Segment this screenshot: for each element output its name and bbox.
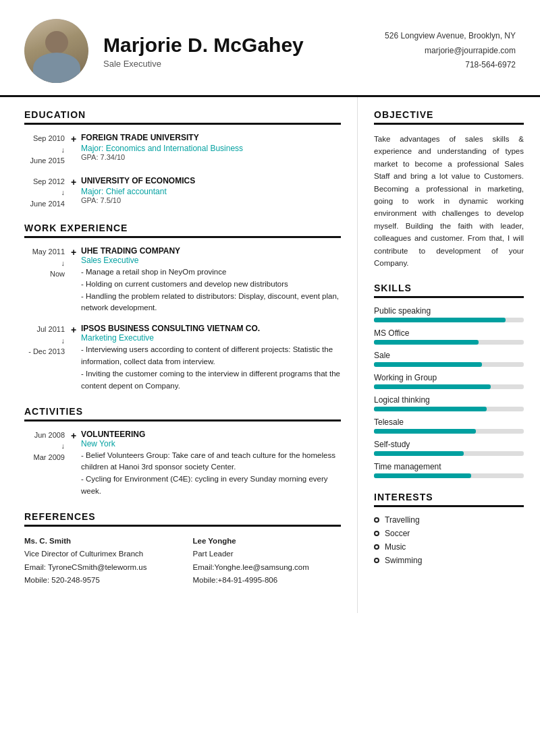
edu-plus-1: + (70, 133, 81, 167)
work-date-2: Jul 2011 ↓ - Dec 2013 (24, 324, 70, 392)
full-name: Marjorie D. McGahey (103, 34, 385, 56)
education-entry-1: Sep 2010 ↓ June 2015 + Foreign Trade Uni… (24, 133, 341, 167)
edu-date-2: Sep 2012 ↓ June 2014 (24, 176, 70, 210)
skill-bar-fill (374, 318, 506, 322)
work-content-2: IPSOS Business Consulting Vietnam CO. Ma… (81, 324, 341, 392)
address: 526 Longview Avenue, Brooklyn, NY (385, 29, 516, 44)
objective-text: Take advantages of sales skills & experi… (374, 133, 524, 269)
activity-plus-1: + (70, 430, 81, 498)
skill-item: Logical thinking (374, 395, 524, 411)
reference-2: Lee Yonghe Part Leader Email:Yonghe.lee@… (193, 535, 342, 587)
activity-desc-1: - Belief Volunteers Group: Take care of … (81, 450, 341, 498)
skill-item: Working in Group (374, 373, 524, 389)
work-desc-1: - Manage a retail shop in NeyOm province… (81, 266, 341, 314)
skill-label: Telesale (374, 417, 524, 427)
edu-content-1: Foreign Trade University Major: Economic… (81, 133, 341, 167)
interest-item: Travelling (374, 515, 524, 525)
work-title: Work Experience (24, 223, 341, 238)
skills-container: Public speaking MS Office Sale Working i… (374, 306, 524, 478)
education-title: Education (24, 109, 341, 125)
avatar (24, 19, 88, 83)
interest-label: Soccer (385, 529, 410, 538)
skill-bar-bg (374, 340, 524, 345)
work-content-1: UHE Trading Company Sales Executive - Ma… (81, 246, 341, 314)
skill-item: Self-study (374, 440, 524, 456)
interest-bullet (374, 558, 379, 563)
skill-bar-bg (374, 318, 524, 322)
skill-bar-fill (374, 362, 482, 367)
skill-item: Telesale (374, 417, 524, 434)
activities-title: Activities (24, 406, 341, 421)
interests-section: Interests TravellingSoccerMusicSwimming (374, 492, 524, 565)
skill-bar-fill (374, 451, 464, 456)
work-plus-2: + (70, 324, 81, 392)
activities-section: Activities Jun 2008 ↓ Mar 2009 + Volunte… (24, 406, 341, 498)
interest-bullet (374, 531, 379, 536)
skill-label: Working in Group (374, 373, 524, 382)
work-entry-2: Jul 2011 ↓ - Dec 2013 + IPSOS Business C… (24, 324, 341, 392)
skills-title: Skills (374, 283, 524, 298)
skill-bar-bg (374, 473, 524, 478)
education-section: Education Sep 2010 ↓ June 2015 + Foreign… (24, 109, 341, 209)
skill-label: Sale (374, 351, 524, 360)
interest-item: Music (374, 542, 524, 552)
skill-bar-bg (374, 362, 524, 367)
contact-info: 526 Longview Avenue, Brooklyn, NY marjor… (385, 29, 516, 73)
work-date-1: May 2011 ↓ Now (24, 246, 70, 314)
objective-title: Objective (374, 109, 524, 125)
references-grid: Ms. C. Smith Vice Director of Culturimex… (24, 535, 341, 587)
edu-content-2: University of Economics Major: Chief acc… (81, 176, 341, 210)
skill-item: Sale (374, 351, 524, 367)
skill-bar-fill (374, 384, 491, 389)
skill-item: Time management (374, 462, 524, 478)
skill-item: MS Office (374, 328, 524, 345)
skill-bar-fill (374, 429, 476, 434)
interests-title: Interests (374, 492, 524, 507)
interest-label: Music (385, 542, 406, 552)
skill-label: Logical thinking (374, 395, 524, 405)
skill-bar-fill (374, 340, 479, 345)
references-title: References (24, 511, 341, 527)
main-layout: Education Sep 2010 ↓ June 2015 + Foreign… (0, 97, 540, 613)
interests-container: TravellingSoccerMusicSwimming (374, 515, 524, 565)
interest-bullet (374, 544, 379, 550)
skills-section: Skills Public speaking MS Office Sale Wo… (374, 283, 524, 478)
interest-item: Swimming (374, 556, 524, 565)
work-entry-1: May 2011 ↓ Now + UHE Trading Company Sal… (24, 246, 341, 314)
interest-label: Travelling (385, 515, 420, 525)
skill-bar-fill (374, 407, 487, 411)
name-block: Marjorie D. McGahey Sale Executive (103, 34, 385, 69)
job-title: Sale Executive (103, 59, 385, 69)
reference-1: Ms. C. Smith Vice Director of Culturimex… (24, 535, 173, 587)
activity-date-1: Jun 2008 ↓ Mar 2009 (24, 430, 70, 498)
skill-label: MS Office (374, 328, 524, 338)
interest-label: Swimming (385, 556, 422, 565)
skill-bar-bg (374, 384, 524, 389)
activity-entry-1: Jun 2008 ↓ Mar 2009 + Volunteering New Y… (24, 430, 341, 498)
references-section: References Ms. C. Smith Vice Director of… (24, 511, 341, 587)
phone: 718-564-6972 (385, 58, 516, 73)
right-column: Objective Take advantages of sales skill… (358, 97, 540, 613)
header: Marjorie D. McGahey Sale Executive 526 L… (0, 0, 540, 97)
email: marjorie@jourrapide.com (385, 44, 516, 59)
skill-bar-bg (374, 407, 524, 411)
skill-label: Public speaking (374, 306, 524, 316)
skill-bar-bg (374, 451, 524, 456)
skill-label: Self-study (374, 440, 524, 449)
objective-section: Objective Take advantages of sales skill… (374, 109, 524, 269)
education-entry-2: Sep 2012 ↓ June 2014 + University of Eco… (24, 176, 341, 210)
work-plus-1: + (70, 246, 81, 314)
edu-date-1: Sep 2010 ↓ June 2015 (24, 133, 70, 167)
activity-content-1: Volunteering New York - Belief Volunteer… (81, 430, 341, 498)
interest-bullet (374, 517, 379, 523)
skill-bar-fill (374, 473, 471, 478)
work-experience-section: Work Experience May 2011 ↓ Now + UHE Tra… (24, 223, 341, 392)
interest-item: Soccer (374, 529, 524, 538)
left-column: Education Sep 2010 ↓ June 2015 + Foreign… (0, 97, 358, 613)
edu-plus-2: + (70, 176, 81, 210)
skill-bar-bg (374, 429, 524, 434)
work-desc-2: - Interviewing users according to conten… (81, 344, 341, 392)
skill-item: Public speaking (374, 306, 524, 322)
skill-label: Time management (374, 462, 524, 471)
